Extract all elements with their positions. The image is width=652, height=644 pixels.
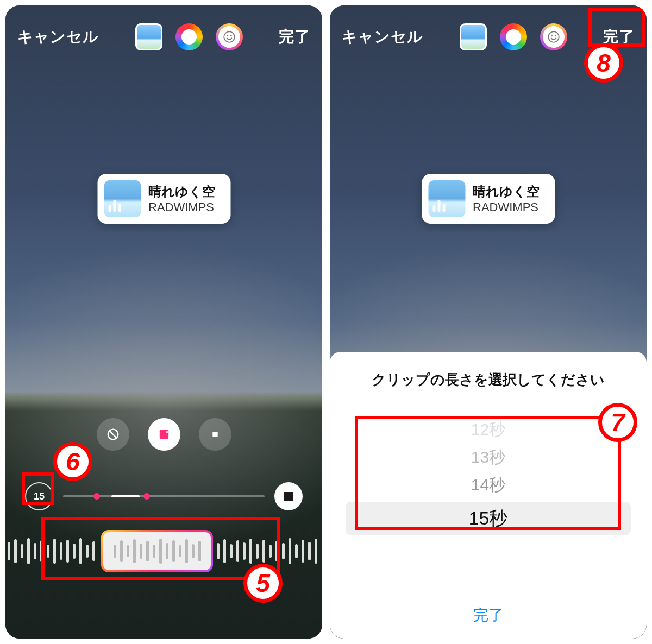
color-picker-button[interactable] [500,23,527,50]
music-cover-art [104,180,141,217]
picker-option[interactable]: 13秒 [471,446,505,469]
text-style-button[interactable] [199,418,231,451]
phone-right: キャンセル 完了 晴れゆく空 RADWIMPS クリップの長さを選択してください… [330,5,647,639]
selected-clip-window[interactable] [101,530,213,572]
background-thumbnail-button[interactable] [460,23,487,50]
lyrics-off-button[interactable] [97,418,129,451]
equalizer-icon [432,200,445,212]
picker-option-selected[interactable]: 15秒 [346,502,631,535]
music-cover-art [428,180,465,217]
svg-point-1 [227,35,228,37]
clip-length-button[interactable]: 15 [25,482,53,510]
svg-rect-6 [166,431,168,433]
music-sticker[interactable]: 晴れゆく空 RADWIMPS [422,174,555,224]
face-filter-button[interactable] [540,23,567,50]
equalizer-icon [108,200,121,212]
svg-point-0 [224,31,235,42]
picker-option[interactable]: 12秒 [471,419,505,441]
phone-left: キャンセル 完了 晴れゆく空 RADWIMPS 15 [5,5,322,639]
clip-length-picker[interactable]: 12秒 13秒 14秒 15秒 [330,419,647,535]
svg-line-4 [110,431,116,438]
face-filter-button[interactable] [216,23,243,50]
clip-length-sheet: クリップの長さを選択してください 12秒 13秒 14秒 15秒 完了 [330,352,647,639]
music-waveform-scrubber[interactable] [5,528,322,574]
seek-row: 15 [25,482,303,510]
music-artist: RADWIMPS [473,200,540,214]
svg-rect-7 [212,432,217,437]
svg-point-9 [551,35,553,37]
music-title: 晴れゆく空 [148,183,215,200]
progress-track[interactable] [63,495,265,497]
album-art-style-button[interactable] [148,418,180,451]
music-title: 晴れゆく空 [473,183,540,200]
display-style-row [5,418,322,451]
music-artist: RADWIMPS [148,200,215,214]
svg-point-8 [548,31,559,42]
cancel-button[interactable]: キャンセル [17,27,99,47]
sheet-done-button[interactable]: 完了 [473,605,504,626]
done-button[interactable]: 完了 [603,27,635,47]
done-button[interactable]: 完了 [279,27,310,47]
sheet-title: クリップの長さを選択してください [372,370,605,389]
music-sticker[interactable]: 晴れゆく空 RADWIMPS [97,174,230,224]
editor-topbar: キャンセル 完了 [330,22,647,52]
cancel-button[interactable]: キャンセル [342,27,423,47]
background-thumbnail-button[interactable] [135,23,162,50]
picker-option[interactable]: 14秒 [471,474,505,496]
color-picker-button[interactable] [175,23,203,50]
svg-point-10 [554,35,556,37]
stop-button[interactable] [274,482,303,510]
editor-topbar: キャンセル 完了 [5,22,322,52]
svg-point-2 [230,35,231,37]
